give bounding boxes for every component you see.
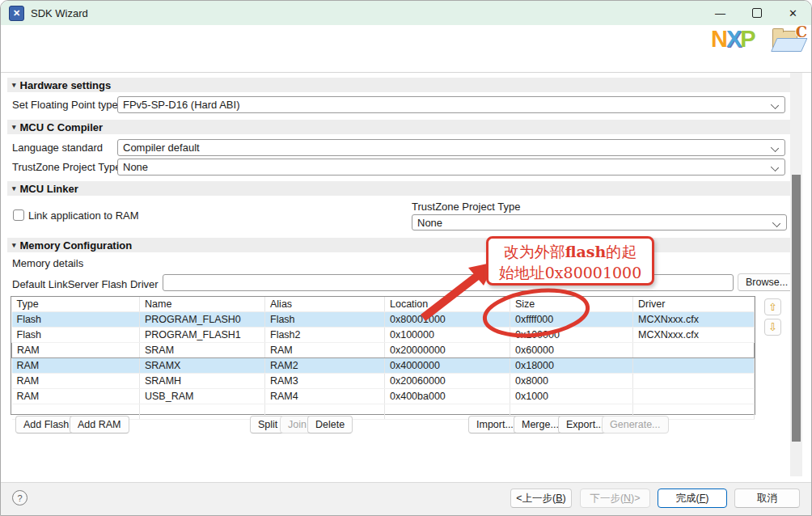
section-memory-configuration[interactable]: ▾ Memory Configuration (7, 238, 791, 252)
cell-size[interactable]: 0x1000 (510, 389, 633, 404)
section-title: MCU C Compiler (20, 121, 104, 133)
maximize-icon (752, 8, 762, 18)
table-row[interactable]: RAM SRAMH RAM3 0x20060000 0x8000 (12, 374, 755, 389)
section-title: Memory Configuration (20, 239, 133, 252)
move-down-button[interactable]: ⇩ (764, 319, 781, 336)
section-mcu-c-compiler[interactable]: ▾ MCU C Compiler (7, 120, 791, 134)
link-to-ram-checkbox[interactable] (13, 209, 24, 221)
minimize-button[interactable]: — (702, 1, 738, 25)
cell-type[interactable]: RAM (12, 389, 140, 404)
cell-size[interactable]: 0x8000 (510, 374, 633, 389)
cell-alias[interactable]: RAM4 (265, 389, 385, 404)
collapse-icon: ▾ (12, 123, 16, 131)
trustzone-type-value: None (123, 161, 148, 173)
table-row[interactable]: RAM SRAMX RAM2 0x4000000 0x18000 (12, 358, 755, 374)
app-icon: ✕ (9, 6, 24, 21)
cell-driver[interactable] (633, 374, 755, 389)
col-location: Location (385, 297, 510, 312)
titlebar: ✕ SDK Wizard — ✕ (1, 1, 811, 25)
section-hardware-settings[interactable]: ▾ Hardware settings (7, 78, 791, 92)
table-row[interactable]: Flash PROGRAM_FLASH1 Flash2 0x100000 0x1… (12, 328, 755, 343)
trustzone-type-select[interactable]: None (117, 159, 785, 176)
table-row[interactable]: RAM SRAM RAM 0x20000000 0x60000 (12, 343, 755, 358)
cell-location[interactable]: 0x80001000 (385, 312, 510, 328)
cancel-button[interactable]: 取消 (734, 489, 800, 508)
flash-driver-label: Default LinkServer Flash Driver (12, 278, 159, 290)
cell-type[interactable]: Flash (12, 312, 140, 328)
maximize-button[interactable] (738, 1, 775, 25)
cell-name[interactable]: SRAMH (140, 374, 265, 389)
cell-size[interactable]: 0x60000 (510, 343, 633, 358)
cell-driver[interactable] (633, 389, 755, 404)
collapse-icon: ▾ (12, 184, 16, 192)
nxp-logo: NXP (711, 27, 755, 50)
cell-size[interactable]: 0x100000 (510, 328, 633, 343)
generate-button[interactable]: Generate... (602, 416, 669, 434)
back-label-end: ) (563, 493, 566, 504)
cell-type[interactable]: RAM (12, 358, 140, 374)
finish-mnemonic: F (700, 493, 706, 504)
section-mcu-linker[interactable]: ▾ MCU Linker (7, 181, 791, 196)
floating-point-label: Set Floating Point type (12, 99, 118, 111)
nxp-logo-x: X (726, 26, 740, 52)
cell-alias[interactable]: Flash2 (265, 328, 385, 343)
browse-button[interactable]: Browse... (738, 273, 796, 291)
cell-location[interactable]: 0x100000 (385, 328, 510, 343)
window-controls: — ✕ (702, 1, 811, 25)
cell-alias[interactable]: Flash (265, 312, 385, 328)
cell-location[interactable]: 0x4000000 (385, 358, 510, 374)
delete-button[interactable]: Delete (307, 416, 353, 434)
table-row[interactable]: Flash PROGRAM_FLASH0 Flash 0x80001000 0x… (12, 312, 755, 328)
chevron-down-icon (771, 101, 779, 109)
cell-driver[interactable]: MCXNxxx.cfx (633, 328, 755, 343)
annotation-line2: 始地址0x80001000 (488, 262, 652, 283)
cell-driver[interactable] (633, 358, 755, 374)
cell-driver[interactable]: MCXNxxx.cfx (633, 312, 755, 328)
col-alias: Alias (265, 297, 385, 312)
cell-type[interactable]: RAM (12, 374, 140, 389)
cell-size[interactable]: 0x18000 (510, 358, 633, 374)
cell-type[interactable]: Flash (12, 328, 140, 343)
cell-name[interactable]: PROGRAM_FLASH1 (140, 328, 265, 343)
help-button[interactable]: ? (12, 490, 27, 505)
floating-point-value: FPv5-SP-D16 (Hard ABI) (123, 99, 240, 111)
cell-alias[interactable]: RAM (265, 343, 385, 358)
cell-location[interactable]: 0x400ba000 (385, 389, 510, 404)
nxp-logo-p: P (740, 26, 754, 52)
back-mnemonic: B (556, 493, 562, 504)
add-flash-button[interactable]: Add Flash (15, 416, 77, 434)
cell-type[interactable]: RAM (12, 343, 140, 358)
link-to-ram-label: Link application to RAM (28, 209, 139, 222)
cell-name[interactable]: SRAM (140, 343, 265, 358)
cell-name[interactable]: USB_RAM (140, 389, 265, 404)
back-button[interactable]: <上一步(B) (510, 489, 572, 508)
floating-point-select[interactable]: FPv5-SP-D16 (Hard ABI) (117, 96, 785, 113)
back-label: <上一步( (516, 492, 556, 505)
close-button[interactable]: ✕ (775, 1, 811, 25)
chevron-down-icon (771, 163, 779, 171)
cell-name[interactable]: PROGRAM_FLASH0 (140, 312, 265, 328)
vertical-scrollbar[interactable] (790, 73, 802, 476)
cell-alias[interactable]: RAM3 (265, 374, 385, 389)
language-standard-select[interactable]: Compiler default (117, 139, 785, 156)
next-button[interactable]: 下一步(N)> (580, 489, 650, 508)
cell-alias[interactable]: RAM2 (265, 358, 385, 374)
move-up-icon: ⇧ (768, 301, 777, 313)
next-label-end: )> (631, 493, 640, 504)
linker-trustzone-select[interactable]: None (412, 214, 787, 231)
add-ram-button[interactable]: Add RAM (70, 416, 129, 434)
cell-driver[interactable] (633, 343, 755, 358)
col-type: Type (12, 297, 140, 312)
memory-details-label: Memory details (12, 257, 83, 269)
finish-button[interactable]: 完成(F) (658, 489, 727, 508)
language-standard-value: Compiler default (123, 142, 200, 154)
table-row[interactable]: RAM USB_RAM RAM4 0x400ba000 0x1000 (12, 389, 755, 404)
cell-size[interactable]: 0xffff000 (510, 312, 633, 328)
cell-name[interactable] (140, 404, 265, 420)
cell-name[interactable]: SRAMX (140, 358, 265, 374)
cell-location[interactable]: 0x20060000 (385, 374, 510, 389)
scrollbar-thumb[interactable] (792, 175, 801, 442)
content-divider (1, 72, 811, 73)
cell-location[interactable]: 0x20000000 (385, 343, 510, 358)
move-up-button[interactable]: ⇧ (764, 298, 781, 315)
